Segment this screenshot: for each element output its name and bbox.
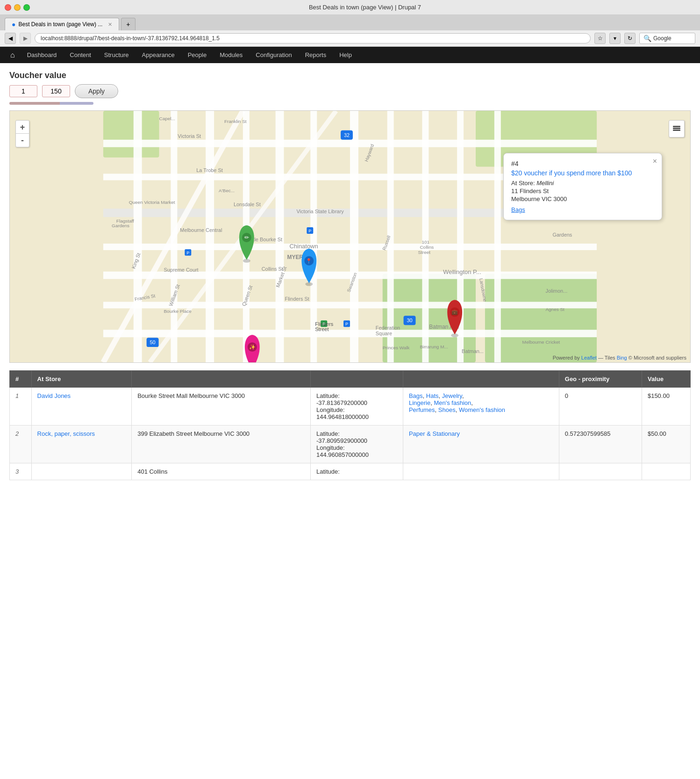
address-bar: ◀ ▶ localhost:8888/drupal7/best-deals-in… (0, 30, 700, 47)
new-tab-button[interactable]: + (121, 18, 135, 30)
svg-text:Victoria St: Victoria St (178, 133, 201, 139)
map-layers-button[interactable] (669, 120, 685, 137)
tab-bar: ● Best Deals in town (page View) ... ✕ + (0, 15, 700, 30)
row2-coords: Latitude: -37.809592900000 Longitude: 14… (310, 426, 403, 463)
row3-categories (403, 463, 559, 480)
nav-item-modules[interactable]: Modules (213, 47, 249, 63)
drupal-icon: ● (12, 21, 15, 28)
voucher-slider[interactable] (9, 102, 93, 105)
leaflet-link[interactable]: Leaflet (581, 355, 597, 361)
svg-text:Franklin St: Franklin St (224, 119, 247, 124)
popup-id: #4 (511, 160, 654, 167)
map-svg: Victoria St La Trobe St Lonsdale St Litt… (10, 111, 690, 362)
svg-text:Collins St: Collins St (262, 266, 283, 272)
nav-item-help[interactable]: Help (333, 47, 358, 63)
voucher-min-input[interactable] (9, 85, 37, 97)
map-background: Victoria St La Trobe St Lonsdale St Litt… (10, 111, 690, 362)
popup-store-name: Mellini (536, 180, 554, 187)
row1-cat-womens[interactable]: Women's fashion (459, 406, 505, 413)
table-row: 1 David Jones Bourke Street Mall Melbour… (10, 388, 691, 426)
nav-item-reports[interactable]: Reports (299, 47, 333, 63)
home-nav-button[interactable]: ⌂ (5, 47, 21, 63)
svg-text:Chinatown: Chinatown (289, 243, 318, 250)
svg-text:Victoria State Library: Victoria State Library (296, 209, 344, 214)
close-button[interactable] (5, 4, 11, 11)
row1-cat-perfumes[interactable]: Perfumes (409, 406, 435, 413)
bing-link[interactable]: Bing (617, 355, 627, 361)
row1-value: $150.00 (642, 388, 690, 426)
svg-text:📍: 📍 (306, 258, 312, 264)
row1-address: Bourke Street Mall Melbourne VIC 3000 (132, 388, 311, 426)
search-icon: 🔍 (643, 35, 651, 42)
svg-text:✏: ✏ (244, 234, 249, 241)
bookmark-dropdown[interactable]: ▾ (609, 33, 621, 44)
row1-cat-mens[interactable]: Men's fashion (434, 399, 471, 406)
svg-text:Melbourne Cricket: Melbourne Cricket (522, 339, 560, 345)
popup-category-link[interactable]: Bags (511, 206, 525, 213)
row2-cat-paper[interactable]: Paper & Stationary (409, 430, 460, 437)
row1-store: David Jones (31, 388, 132, 426)
row1-store-link[interactable]: David Jones (37, 392, 71, 399)
page-content: Voucher value Apply (0, 63, 700, 488)
voucher-max-input[interactable] (42, 85, 70, 97)
drupal-nav: ⌂ Dashboard Content Structure Appearance… (0, 47, 700, 63)
row1-lat-label: Latitude: (316, 392, 340, 399)
zoom-out-button[interactable]: - (16, 134, 29, 147)
attribution-copyright: © Microsoft and suppliers (627, 355, 686, 361)
row2-store: Rock, paper, scissors (31, 426, 132, 463)
row2-lng-label: Longitude: (316, 444, 345, 451)
row1-cat-shoes[interactable]: Shoes (438, 406, 456, 413)
nav-item-dashboard[interactable]: Dashboard (21, 47, 64, 63)
svg-text:Flinders St: Flinders St (285, 296, 309, 302)
nav-item-people[interactable]: People (181, 47, 213, 63)
popup-close-button[interactable]: × (653, 157, 657, 166)
svg-rect-22 (494, 111, 501, 362)
row1-cat-hats[interactable]: Hats (426, 392, 439, 399)
nav-item-configuration[interactable]: Configuration (249, 47, 298, 63)
row2-store-link[interactable]: Rock, paper, scissors (37, 430, 95, 437)
apply-button[interactable]: Apply (75, 84, 118, 98)
svg-text:P: P (345, 322, 348, 326)
svg-text:32: 32 (344, 132, 350, 138)
row2-address: 399 Elizabeth Street Melbourne VIC 3000 (132, 426, 311, 463)
col-header-coords (310, 371, 403, 388)
map-popup: × #4 $20 voucher if you spend more than … (503, 153, 662, 220)
zoom-in-button[interactable]: + (16, 121, 29, 134)
nav-item-content[interactable]: Content (63, 47, 98, 63)
row1-cat-bags[interactable]: Bags (409, 392, 423, 399)
svg-rect-95 (673, 126, 680, 127)
back-button[interactable]: ◀ (5, 33, 16, 44)
svg-text:Bourke Place: Bourke Place (164, 309, 192, 314)
reload-button[interactable]: ↻ (624, 33, 636, 44)
svg-text:Square: Square (376, 331, 392, 336)
maximize-button[interactable] (23, 4, 30, 11)
svg-text:Street: Street (315, 326, 329, 332)
svg-text:Jolimon...: Jolimon... (545, 288, 567, 294)
row1-cat-lingerie[interactable]: Lingerie (409, 399, 430, 406)
svg-text:💼: 💼 (451, 309, 458, 315)
svg-rect-20 (422, 111, 429, 362)
nav-item-structure[interactable]: Structure (98, 47, 136, 63)
row1-cat-jewelry[interactable]: Jewelry (442, 392, 462, 399)
url-bar[interactable]: localhost:8888/drupal7/best-deals-in-tow… (35, 33, 591, 43)
row1-coords: Latitude: -37.813679200000 Longitude: 14… (310, 388, 403, 426)
search-bar[interactable]: 🔍 Google (639, 33, 695, 44)
tab-close-icon[interactable]: ✕ (108, 22, 112, 28)
svg-text:Birrarung M...: Birrarung M... (420, 344, 448, 349)
svg-text:Capel...: Capel... (159, 116, 175, 121)
forward-button[interactable]: ▶ (20, 33, 31, 44)
bookmark-button[interactable]: ☆ (594, 33, 606, 44)
nav-item-appearance[interactable]: Appearance (136, 47, 181, 63)
col-header-categories (403, 371, 559, 388)
row3-value (642, 463, 690, 480)
row1-geo: 0 (559, 388, 642, 426)
col-header-value: Value (642, 371, 690, 388)
table-row: 2 Rock, paper, scissors 399 Elizabeth St… (10, 426, 691, 463)
minimize-button[interactable] (14, 4, 21, 11)
map-attribution: Powered by Leaflet — Tiles Bing © Micros… (553, 355, 686, 361)
row3-address: 401 Collins (132, 463, 311, 480)
table-header-row: # At Store Geo - proximity Value (10, 371, 691, 388)
active-tab[interactable]: ● Best Deals in town (page View) ... ✕ (5, 18, 119, 30)
svg-text:Federation: Federation (376, 325, 400, 331)
svg-rect-18 (350, 111, 358, 362)
